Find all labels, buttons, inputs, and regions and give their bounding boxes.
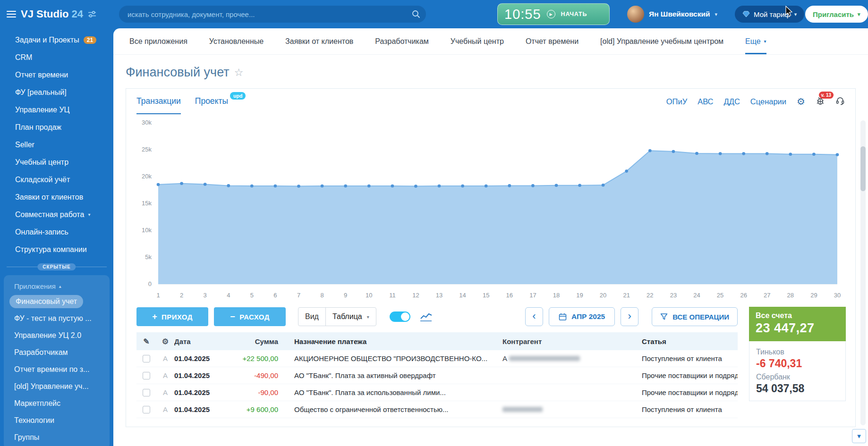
sidebar-app-item[interactable]: Отчет времени по з... xyxy=(4,361,110,378)
edit-pencil-icon[interactable]: ✎ xyxy=(143,337,149,346)
sidebar-app-item[interactable]: Технологии xyxy=(4,412,110,429)
total-balance-label: Все счета xyxy=(756,311,839,320)
masked-text xyxy=(509,356,580,361)
app-nav-tab[interactable]: Разработчикам xyxy=(375,28,429,54)
total-balance-card[interactable]: Все счета 23 447,27 xyxy=(749,307,846,341)
my-tariff-button[interactable]: Мой тариф ▾ xyxy=(735,6,804,23)
avatar[interactable] xyxy=(627,6,644,23)
sidebar-app-item[interactable]: [old] Управление уч... xyxy=(4,378,110,395)
scroll-down-button[interactable]: ▾ xyxy=(852,429,866,443)
sidebar-item[interactable]: Задачи и Проекты21 xyxy=(0,31,113,49)
invite-button[interactable]: Пригласить ▾ xyxy=(805,6,868,23)
table-row: А01.04.2025+9 600,00Общество с ограничен… xyxy=(136,401,738,418)
sidebar-item-label: Seller xyxy=(15,141,34,149)
sidebar-item[interactable]: Учебный центр xyxy=(0,153,113,171)
search-input[interactable] xyxy=(119,6,426,23)
all-operations-filter-button[interactable]: ВСЕ ОПЕРАЦИИ xyxy=(652,307,738,326)
row-checkbox[interactable] xyxy=(143,406,150,413)
column-category[interactable]: Статья xyxy=(635,337,738,345)
gear-icon[interactable]: ⚙ xyxy=(797,97,805,106)
income-button[interactable]: + ПРИХОД xyxy=(136,307,208,326)
app-nav-tab[interactable]: Еще▾ xyxy=(745,28,766,54)
sidebar-item[interactable]: CRM xyxy=(0,49,113,66)
report-link[interactable]: АВС xyxy=(698,97,713,106)
topbar: VJ Studio 24 10:55 ▶ НАЧАТЬ Ян Швейковск… xyxy=(0,0,868,28)
app-logo[interactable]: VJ Studio 24 xyxy=(21,8,83,20)
expense-button[interactable]: − РАСХОД xyxy=(214,307,286,326)
apps-section: Приложения ▴ Финансовый учетФУ - тест на… xyxy=(4,275,110,446)
row-checkbox[interactable] xyxy=(143,355,150,362)
chevron-down-icon: ▾ xyxy=(764,39,766,44)
menu-icon[interactable] xyxy=(7,11,16,17)
time-tracker-widget[interactable]: 10:55 ▶ НАЧАТЬ xyxy=(497,3,610,25)
sidebar-item[interactable]: Заявки от клиентов xyxy=(0,188,113,206)
tab-projects[interactable]: Проекты upd xyxy=(195,89,246,114)
table-row: А01.04.2025-90,00АО "ТБанк". Плата за ис… xyxy=(136,384,738,401)
app-nav-tab[interactable]: Заявки от клиентов xyxy=(285,28,353,54)
app-nav-tab[interactable]: Учебный центр xyxy=(451,28,504,54)
row-purpose: АО "ТБанк". Плата за активный овердрафт xyxy=(281,371,496,379)
account-name[interactable]: Сбербанк xyxy=(756,373,839,381)
svg-text:7: 7 xyxy=(297,292,300,299)
sidebar-app-item[interactable]: Группы xyxy=(4,429,110,446)
sidebar-app-item[interactable]: Разработчикам xyxy=(4,344,110,361)
favorite-star-icon[interactable]: ☆ xyxy=(234,67,244,79)
sidebar-item[interactable]: Онлайн-запись xyxy=(0,223,113,241)
account-name[interactable]: Тиньков xyxy=(756,348,839,356)
svg-text:13: 13 xyxy=(436,292,443,299)
version-bug-icon[interactable]: v. 13 xyxy=(816,96,825,107)
calendar-icon xyxy=(559,313,567,321)
sidebar-app-item[interactable]: Управление УЦ 2.0 xyxy=(4,327,110,344)
sidebar-app-item[interactable]: ФУ - тест на пустую ... xyxy=(4,310,110,327)
column-purpose[interactable]: Назначение платежа xyxy=(281,337,496,345)
app-nav-tab[interactable]: Отчет времени xyxy=(526,28,579,54)
menu-settings-icon[interactable] xyxy=(88,10,96,18)
search-bar[interactable] xyxy=(119,6,426,23)
sidebar-item[interactable]: Структура компании xyxy=(0,241,113,258)
app-nav-tab[interactable]: Установленные xyxy=(209,28,264,54)
sidebar-item[interactable]: Отчет времени xyxy=(0,66,113,84)
report-link[interactable]: ДДС xyxy=(724,97,740,106)
report-link[interactable]: ОПиУ xyxy=(666,97,687,106)
row-checkbox[interactable] xyxy=(143,372,150,379)
chart-toggle[interactable] xyxy=(390,311,410,322)
sidebar-item[interactable]: План продаж xyxy=(0,118,113,136)
sidebar-item[interactable]: ФУ [реальный] xyxy=(0,84,113,101)
svg-text:17: 17 xyxy=(529,292,536,299)
hidden-items-pill[interactable]: СКРЫТЫЕ xyxy=(37,263,76,270)
period-button[interactable]: АПР 2025 xyxy=(549,307,615,326)
sidebar-item[interactable]: Управление УЦ xyxy=(0,101,113,118)
sidebar: Задачи и Проекты21CRMОтчет времениФУ [ре… xyxy=(0,28,113,446)
sidebar-item[interactable]: Складской учёт xyxy=(0,171,113,188)
svg-text:29: 29 xyxy=(810,292,817,299)
user-menu[interactable]: Ян Швейковский ▾ xyxy=(627,6,717,23)
sidebar-app-item[interactable]: Маркетплейс xyxy=(4,395,110,412)
prev-month-button[interactable]: ‹ xyxy=(525,307,543,326)
column-settings-icon[interactable]: ⚙ xyxy=(162,337,169,345)
svg-text:0: 0 xyxy=(148,280,152,287)
view-dropdown[interactable]: Таблица ▾ xyxy=(326,308,376,326)
play-icon[interactable]: ▶ xyxy=(547,10,555,18)
column-counterparty[interactable]: Контрагент xyxy=(496,337,635,345)
row-checkbox[interactable] xyxy=(143,389,150,396)
column-date[interactable]: Дата xyxy=(174,337,225,345)
sidebar-app-label: ФУ - тест на пустую ... xyxy=(14,314,92,323)
sidebar-item[interactable]: Совместная работа▾ xyxy=(0,206,113,223)
report-link[interactable]: Сценарии xyxy=(750,97,786,106)
scrollbar-thumb[interactable] xyxy=(860,146,866,191)
next-month-button[interactable]: › xyxy=(621,307,638,326)
app-nav-tab[interactable]: Все приложения xyxy=(129,28,187,54)
column-sum[interactable]: Сумма xyxy=(225,337,281,345)
app-nav-tab[interactable]: [old] Управление учебным центром xyxy=(600,28,723,54)
sidebar-item-label: Учебный центр xyxy=(15,158,68,167)
search-icon[interactable] xyxy=(412,10,420,18)
apps-section-header[interactable]: Приложения ▴ xyxy=(4,279,110,293)
tab-transactions[interactable]: Транзакции xyxy=(136,89,181,114)
sidebar-app-label: Отчет времени по з... xyxy=(14,365,89,374)
sidebar-item-label: План продаж xyxy=(15,123,61,132)
support-headset-icon[interactable] xyxy=(835,96,845,107)
sidebar-app-item[interactable]: Финансовый учет xyxy=(4,293,110,310)
start-work-label[interactable]: НАЧАТЬ xyxy=(561,11,587,17)
sidebar-item[interactable]: Seller xyxy=(0,136,113,153)
chart-view-icon[interactable] xyxy=(420,312,432,321)
